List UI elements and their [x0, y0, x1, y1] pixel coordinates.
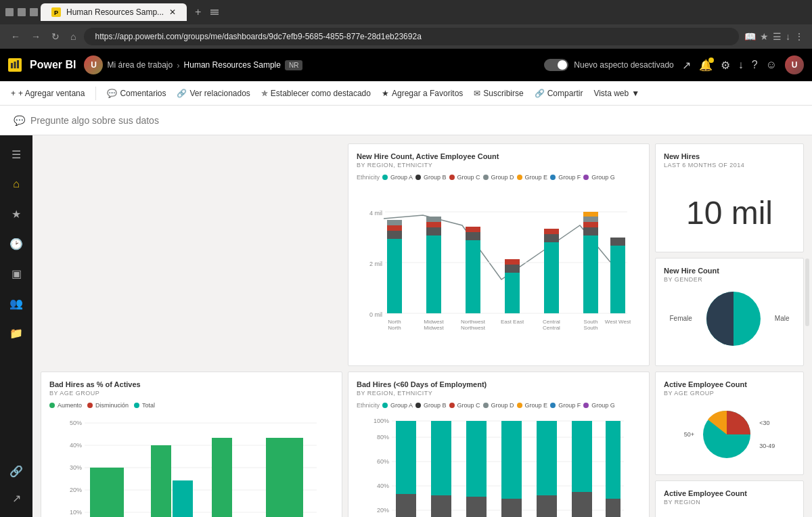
sidebar-item-menu[interactable]: ☰ [3, 141, 30, 168]
svg-text:Central: Central [543, 319, 560, 325]
bad-hires-svg: 0% 10% 20% 30% 40% 50% [49, 413, 334, 517]
settings-button[interactable]: ⋮ [794, 31, 804, 42]
male-label: Male [775, 315, 790, 322]
right-col-bottom: Active Employee Count BY AGE GROUP 50+ [655, 372, 804, 517]
powerbi-app: Power BI U Mi área de trabajo › Human Re… [0, 49, 812, 517]
back-button[interactable]: ← [8, 28, 23, 45]
card-gender-pie[interactable]: New Hire Count BY GENDER Female Male [655, 258, 804, 367]
reading-view-button[interactable]: 📖 [744, 31, 756, 42]
forward-button[interactable]: → [28, 28, 43, 45]
stacked-bar-northwest [396, 421, 416, 517]
sidebar-item-workspaces[interactable]: 📁 [3, 319, 30, 346]
legend-grp-c: Group C [449, 402, 480, 409]
card-active-region[interactable]: Active Employee Count BY REGION 0 mil 5 … [655, 480, 804, 517]
sidebar-item-home[interactable]: ⌂ [3, 171, 30, 198]
stacked-bar-west [606, 421, 621, 517]
card-bad-hires-pct[interactable]: Bad Hires as % of Actives BY AGE GROUP A… [41, 372, 342, 517]
sidebar-item-apps[interactable]: ▣ [3, 260, 30, 287]
new-tab-button[interactable]: + [189, 3, 206, 21]
active-age-pie-svg [700, 407, 754, 462]
sidebar-item-recent[interactable]: 🕑 [3, 230, 30, 257]
card-new-hire-region[interactable]: New Hire Count, Active Employee Count BY… [348, 143, 650, 366]
card-active-age[interactable]: Active Employee Count BY AGE GROUP 50+ [655, 372, 804, 475]
share-button[interactable]: 🔗 Compartir [535, 89, 583, 98]
tab-overflow-button[interactable] [209, 7, 220, 18]
help-icon[interactable]: ? [752, 59, 758, 71]
pbi-logo: Power BI [30, 59, 76, 71]
add-window-button[interactable]: + + Agregar ventana [11, 89, 85, 98]
svg-text:50%: 50% [70, 420, 82, 426]
svg-rect-73 [583, 217, 598, 222]
svg-text:40%: 40% [70, 442, 82, 449]
svg-text:0 mil: 0 mil [369, 311, 382, 318]
svg-rect-56 [387, 220, 402, 225]
svg-text:Northwest: Northwest [461, 319, 486, 325]
sidebar-item-collapse[interactable]: ↗ [3, 485, 30, 512]
bar-3049-total [173, 480, 193, 517]
add-favorites-button[interactable]: ★ Agregar a Favoritos [382, 89, 463, 98]
svg-text:10%: 10% [70, 509, 82, 516]
svg-rect-139 [572, 492, 592, 517]
svg-rect-75 [610, 246, 625, 313]
gender-title: New Hire Count [664, 267, 795, 275]
favorites-button[interactable]: ★ [760, 31, 769, 42]
svg-rect-143 [606, 499, 621, 517]
svg-text:Midwest: Midwest [424, 319, 444, 325]
scroll-indicator[interactable] [805, 258, 809, 326]
svg-rect-118 [396, 421, 416, 494]
card-subtitle-2: BY REGION, ETHNICITY [357, 162, 641, 168]
user-avatar-right[interactable]: U [785, 55, 804, 74]
view-related-button[interactable]: 🔗 Ver relacionados [177, 89, 250, 98]
gender-subtitle: BY GENDER [664, 276, 795, 283]
ask-input[interactable] [30, 115, 798, 126]
svg-rect-59 [426, 222, 441, 227]
legend-grp-g: Group G [583, 402, 615, 409]
bad-hires-60-title: Bad Hires (<60 Days of Employment) [357, 380, 641, 388]
sidebar-item-learn[interactable]: 🔗 [3, 457, 30, 485]
bar-50plus-increase [212, 438, 232, 517]
legend-grp-a: Group A [382, 402, 413, 409]
active-browser-tab[interactable]: P Human Resources Samp... ✕ [41, 3, 187, 21]
address-input[interactable] [84, 28, 739, 45]
svg-rect-6 [11, 63, 13, 68]
sidebar-item-shared[interactable]: 👥 [3, 290, 30, 317]
svg-rect-119 [396, 494, 416, 517]
web-view-button[interactable]: Vista web ▼ [593, 89, 639, 98]
home-button[interactable]: ⌂ [68, 28, 78, 45]
bar-total-increase [266, 438, 303, 517]
new-look-toggle[interactable]: Nuevo aspecto desactivado [544, 59, 673, 71]
bad-hires-subtitle: BY AGE GROUP [49, 390, 334, 397]
tab-close-button[interactable]: ✕ [169, 7, 176, 17]
tab-title: Human Resources Samp... [66, 7, 164, 17]
expand-button[interactable]: ↗ [682, 59, 691, 72]
card-title-2: New Hire Count, Active Employee Count [357, 152, 641, 160]
svg-rect-65 [505, 265, 520, 273]
refresh-button[interactable]: ↻ [49, 28, 62, 45]
chart2-legend: Ethnicity Group A Group B Group C Group … [357, 174, 641, 181]
subscribe-button[interactable]: ✉ Suscribirse [474, 89, 523, 98]
legend-group-b: Group B [415, 174, 447, 181]
settings-icon[interactable]: ⚙ [721, 59, 730, 72]
svg-rect-127 [466, 497, 487, 517]
legend-grp-f: Group F [550, 402, 581, 409]
svg-rect-138 [572, 421, 592, 492]
stacked-bar-east [572, 421, 592, 517]
favorites-bar-button[interactable]: ☰ [773, 31, 782, 42]
download-button[interactable]: ↓ [786, 31, 790, 42]
card-new-hires-number[interactable]: New Hires LAST 6 MONTHS OF 2014 10 mil [655, 143, 804, 252]
download-icon[interactable]: ↓ [738, 59, 744, 71]
card-bad-hires-60[interactable]: Bad Hires (<60 Days of Employment) BY RE… [348, 372, 650, 517]
set-featured-button[interactable]: ✯ Establecer como destacado [261, 89, 371, 98]
comments-button[interactable]: 💬 Comentarios [107, 89, 166, 98]
gender-pie-container: Female Male [664, 288, 795, 349]
browser-chrome: P Human Resources Samp... ✕ + ← → ↻ ⌂ 📖 … [0, 0, 812, 49]
svg-rect-126 [466, 421, 487, 497]
workspace-link[interactable]: Mi área de trabajo [107, 60, 173, 70]
feedback-icon[interactable]: ☺ [766, 59, 777, 71]
browser-tab-bar: P Human Resources Samp... ✕ + [0, 0, 812, 24]
notifications-button[interactable]: 🔔 [699, 59, 713, 72]
sidebar-item-favorites[interactable]: ★ [3, 200, 30, 227]
legend-group-f: Group F [550, 174, 581, 181]
toggle-switch[interactable] [544, 59, 568, 71]
svg-text:North: North [388, 325, 401, 331]
